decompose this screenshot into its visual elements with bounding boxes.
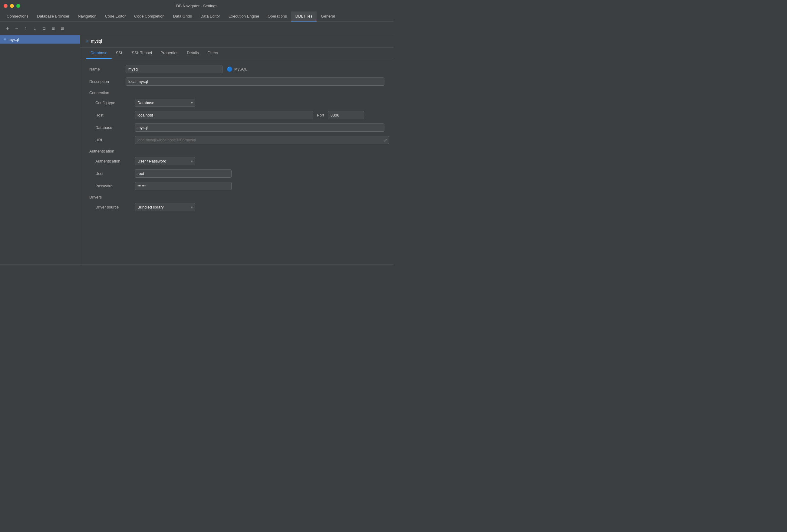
sidebar-item-mysql[interactable]: ≡ mysql	[0, 35, 80, 44]
driver-source-label: Driver source	[95, 205, 135, 209]
move-down-button[interactable]: ↓	[31, 24, 39, 33]
password-input[interactable]	[135, 182, 232, 190]
name-label: Name	[89, 67, 126, 71]
main-layout: ≡ mysql ≡ mysql Database SSL SSL Tunnel …	[0, 35, 394, 264]
user-input[interactable]	[135, 169, 232, 178]
driver-source-select[interactable]: Bundled library External library Maven a…	[135, 203, 195, 211]
tab-data-grids[interactable]: Data Grids	[169, 12, 196, 21]
tab-connections[interactable]: Connections	[2, 12, 33, 21]
minimize-button[interactable]	[10, 4, 14, 8]
host-port-group: Host Port	[89, 111, 384, 119]
description-group: Description	[89, 78, 384, 86]
description-input[interactable]	[126, 78, 384, 86]
config-type-label: Config type	[95, 101, 135, 105]
add-connection-button[interactable]: +	[4, 24, 12, 33]
title-bar: DB Navigator - Settings	[0, 0, 394, 12]
paste-button[interactable]: ⊟	[49, 24, 57, 33]
connection-section-title: Connection	[89, 90, 384, 95]
tab-data-editor[interactable]: Data Editor	[196, 12, 224, 21]
content-header: ≡ mysql	[80, 35, 394, 47]
inner-tab-properties[interactable]: Properties	[156, 47, 183, 59]
url-expand-button[interactable]: ⤢	[384, 138, 387, 143]
sidebar: ≡ mysql	[0, 35, 80, 264]
user-label: User	[95, 171, 135, 176]
config-type-group: Config type Database URL Tunnel	[89, 99, 384, 107]
host-label: Host	[95, 113, 135, 118]
mysql-color-icon: 🔵	[227, 66, 233, 72]
sidebar-item-label: mysql	[8, 37, 19, 42]
driver-source-group: Driver source Bundled library External l…	[89, 203, 384, 211]
name-group: Name 🔵 MySQL	[89, 65, 384, 73]
tab-execution-engine[interactable]: Execution Engine	[224, 12, 263, 21]
user-group: User	[89, 169, 384, 178]
database-group: Database	[89, 124, 384, 132]
name-input[interactable]	[126, 65, 222, 73]
auth-type-label: Authentication	[95, 159, 135, 164]
database-icon: ≡	[4, 37, 6, 42]
auth-type-group: Authentication User / Password No Auth O…	[89, 157, 384, 165]
inner-tab-database[interactable]: Database	[86, 47, 112, 59]
config-type-wrapper: Database URL Tunnel	[135, 99, 195, 107]
inner-tab-details[interactable]: Details	[183, 47, 203, 59]
port-input[interactable]	[328, 111, 364, 119]
driver-source-wrapper: Bundled library External library Maven a…	[135, 203, 195, 211]
window-title: DB Navigator - Settings	[176, 4, 217, 8]
form-area: Name 🔵 MySQL Description Connection Conf…	[80, 59, 394, 264]
tab-code-completion[interactable]: Code Completion	[130, 12, 169, 21]
tab-database-browser[interactable]: Database Browser	[33, 12, 73, 21]
tab-operations[interactable]: Operations	[263, 12, 291, 21]
inner-tab-ssl-tunnel[interactable]: SSL Tunnel	[127, 47, 156, 59]
inner-tab-ssl[interactable]: SSL	[112, 47, 128, 59]
tab-general[interactable]: General	[317, 12, 339, 21]
authentication-section-title: Authentication	[89, 149, 384, 153]
config-type-select[interactable]: Database URL Tunnel	[135, 99, 195, 107]
move-up-button[interactable]: ↑	[22, 24, 30, 33]
drivers-section-title: Drivers	[89, 195, 384, 199]
host-port-row: Port	[135, 111, 364, 119]
window-controls	[4, 4, 20, 8]
inner-tab-filters[interactable]: Filters	[203, 47, 222, 59]
host-input[interactable]	[135, 111, 313, 119]
db-type-badge: 🔵 MySQL	[227, 66, 247, 72]
description-label: Description	[89, 79, 126, 84]
content-header-title: mysql	[91, 39, 102, 44]
group-button[interactable]: ⊞	[58, 24, 66, 33]
port-label: Port	[317, 113, 324, 118]
maximize-button[interactable]	[16, 4, 20, 8]
toolbar: + − ↑ ↓ ⊡ ⊟ ⊞	[0, 22, 394, 35]
bottom-bar: ? ✓ Active Test Connection Info Close Ap…	[0, 264, 394, 266]
remove-connection-button[interactable]: −	[13, 24, 21, 33]
tab-code-editor[interactable]: Code Editor	[101, 12, 130, 21]
content-area: ≡ mysql Database SSL SSL Tunnel Properti…	[80, 35, 394, 264]
url-input[interactable]	[135, 136, 389, 144]
auth-select-wrapper: User / Password No Auth OS Credentials	[135, 157, 195, 165]
database-input[interactable]	[135, 124, 384, 132]
database-label: Database	[95, 125, 135, 130]
password-group: Password	[89, 182, 384, 190]
url-label: URL	[95, 138, 135, 142]
db-type-label: MySQL	[234, 67, 247, 71]
password-label: Password	[95, 184, 135, 188]
auth-select[interactable]: User / Password No Auth OS Credentials	[135, 157, 195, 165]
tab-ddl-files[interactable]: DDL Files	[291, 12, 317, 21]
tab-navigation[interactable]: Navigation	[73, 12, 101, 21]
top-tab-bar: Connections Database Browser Navigation …	[0, 12, 394, 22]
url-input-wrapper: ⤢	[135, 136, 389, 144]
copy-button[interactable]: ⊡	[40, 24, 48, 33]
content-db-icon: ≡	[86, 39, 89, 44]
inner-tab-bar: Database SSL SSL Tunnel Properties Detai…	[80, 47, 394, 59]
url-group: URL ⤢	[89, 136, 384, 144]
close-button[interactable]	[4, 4, 7, 8]
